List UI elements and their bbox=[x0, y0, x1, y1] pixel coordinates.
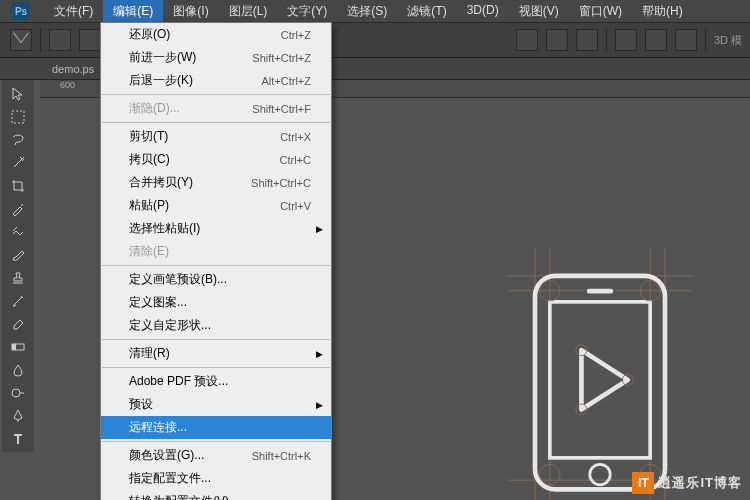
menu-command[interactable]: 拷贝(C)Ctrl+C bbox=[101, 148, 331, 171]
menu-label: 定义自定形状... bbox=[129, 317, 311, 334]
menu-label: 清除(E) bbox=[129, 243, 311, 260]
crop-tool[interactable] bbox=[4, 174, 32, 197]
ruler-tick: 600 bbox=[60, 80, 75, 90]
menu-command[interactable]: 合并拷贝(Y)Shift+Ctrl+C bbox=[101, 171, 331, 194]
menu-command[interactable]: 后退一步(K)Alt+Ctrl+Z bbox=[101, 69, 331, 92]
watermark-text: 逍遥乐IT博客 bbox=[658, 474, 742, 492]
distribute-button[interactable] bbox=[645, 29, 667, 51]
menu-item[interactable]: 3D(D) bbox=[457, 0, 509, 23]
watermark: IT 逍遥乐IT博客 bbox=[632, 472, 742, 494]
marquee-tool[interactable] bbox=[4, 105, 32, 128]
move-tool[interactable] bbox=[4, 82, 32, 105]
menu-item[interactable]: 文件(F) bbox=[44, 0, 103, 23]
blur-tool[interactable] bbox=[4, 358, 32, 381]
submenu-arrow-icon: ▶ bbox=[316, 349, 323, 359]
menu-item[interactable]: 滤镜(T) bbox=[397, 0, 456, 23]
menu-label: 指定配置文件... bbox=[129, 470, 311, 487]
submenu-arrow-icon: ▶ bbox=[316, 400, 323, 410]
menu-label: 预设 bbox=[129, 396, 311, 413]
menu-command[interactable]: 远程连接... bbox=[101, 416, 331, 439]
menu-shortcut: Ctrl+V bbox=[280, 200, 311, 212]
svg-rect-0 bbox=[12, 111, 24, 123]
menu-command[interactable]: 转换为配置文件(V)... bbox=[101, 490, 331, 500]
menu-command[interactable]: 选择性粘贴(I)▶ bbox=[101, 217, 331, 240]
type-tool[interactable] bbox=[4, 427, 32, 450]
distribute-button[interactable] bbox=[615, 29, 637, 51]
menu-item[interactable]: 选择(S) bbox=[337, 0, 397, 23]
menu-bar: Ps 文件(F)编辑(E)图像(I)图层(L)文字(Y)选择(S)滤镜(T)3D… bbox=[0, 0, 750, 22]
menu-item[interactable]: 图像(I) bbox=[163, 0, 218, 23]
menu-command: 渐隐(D)...Shift+Ctrl+F bbox=[101, 97, 331, 120]
menu-item[interactable]: 编辑(E) bbox=[103, 0, 163, 23]
eraser-tool[interactable] bbox=[4, 312, 32, 335]
menu-label: 转换为配置文件(V)... bbox=[129, 493, 311, 500]
menu-item[interactable]: 帮助(H) bbox=[632, 0, 693, 23]
menu-command[interactable]: 剪切(T)Ctrl+X bbox=[101, 125, 331, 148]
align-button[interactable] bbox=[546, 29, 568, 51]
svg-point-3 bbox=[12, 389, 20, 397]
menu-item[interactable]: 文字(Y) bbox=[277, 0, 337, 23]
menu-command: 清除(E) bbox=[101, 240, 331, 263]
wand-tool[interactable] bbox=[4, 151, 32, 174]
align-button[interactable] bbox=[516, 29, 538, 51]
tools-panel bbox=[2, 80, 34, 452]
menu-command[interactable]: 定义图案... bbox=[101, 291, 331, 314]
tool-preset-button[interactable] bbox=[10, 29, 32, 51]
menu-command[interactable]: 预设▶ bbox=[101, 393, 331, 416]
gradient-tool[interactable] bbox=[4, 335, 32, 358]
svg-rect-12 bbox=[550, 302, 650, 458]
dodge-tool[interactable] bbox=[4, 381, 32, 404]
menu-shortcut: Shift+Ctrl+C bbox=[251, 177, 311, 189]
menu-label: 剪切(T) bbox=[129, 128, 280, 145]
distribute-button[interactable] bbox=[675, 29, 697, 51]
app-icon: Ps bbox=[12, 2, 30, 20]
menu-label: 合并拷贝(Y) bbox=[129, 174, 251, 191]
menu-command[interactable]: 定义自定形状... bbox=[101, 314, 331, 337]
option-button[interactable] bbox=[79, 29, 101, 51]
menu-item[interactable]: 视图(V) bbox=[509, 0, 569, 23]
menu-label: 定义画笔预设(B)... bbox=[129, 271, 311, 288]
menu-label: Adobe PDF 预设... bbox=[129, 373, 311, 390]
menu-shortcut: Ctrl+Z bbox=[281, 29, 311, 41]
watermark-icon: IT bbox=[632, 472, 654, 494]
submenu-arrow-icon: ▶ bbox=[316, 224, 323, 234]
menu-label: 前进一步(W) bbox=[129, 49, 252, 66]
stamp-tool[interactable] bbox=[4, 266, 32, 289]
menu-shortcut: Shift+Ctrl+F bbox=[252, 103, 311, 115]
menu-label: 粘贴(P) bbox=[129, 197, 280, 214]
menu-label: 定义图案... bbox=[129, 294, 311, 311]
menu-label: 还原(O) bbox=[129, 26, 281, 43]
svg-point-17 bbox=[590, 464, 610, 484]
menu-label: 选择性粘贴(I) bbox=[129, 220, 311, 237]
menu-shortcut: Shift+Ctrl+Z bbox=[252, 52, 311, 64]
edit-menu-dropdown: 还原(O)Ctrl+Z前进一步(W)Shift+Ctrl+Z后退一步(K)Alt… bbox=[100, 22, 332, 500]
menu-command[interactable]: 还原(O)Ctrl+Z bbox=[101, 23, 331, 46]
mode-label: 3D 模 bbox=[714, 33, 750, 48]
menu-item[interactable]: 窗口(W) bbox=[569, 0, 632, 23]
pen-tool[interactable] bbox=[4, 404, 32, 427]
menu-command[interactable]: 清理(R)▶ bbox=[101, 342, 331, 365]
lasso-tool[interactable] bbox=[4, 128, 32, 151]
heal-tool[interactable] bbox=[4, 220, 32, 243]
menu-shortcut: Alt+Ctrl+Z bbox=[261, 75, 311, 87]
menu-label: 后退一步(K) bbox=[129, 72, 261, 89]
menu-label: 渐隐(D)... bbox=[129, 100, 252, 117]
menu-label: 颜色设置(G)... bbox=[129, 447, 252, 464]
menu-label: 远程连接... bbox=[129, 419, 311, 436]
menu-shortcut: Ctrl+X bbox=[280, 131, 311, 143]
menu-command[interactable]: 指定配置文件... bbox=[101, 467, 331, 490]
menu-item[interactable]: 图层(L) bbox=[219, 0, 278, 23]
history-brush-tool[interactable] bbox=[4, 289, 32, 312]
brush-tool[interactable] bbox=[4, 243, 32, 266]
menu-command[interactable]: Adobe PDF 预设... bbox=[101, 370, 331, 393]
option-button[interactable] bbox=[49, 29, 71, 51]
menu-command[interactable]: 粘贴(P)Ctrl+V bbox=[101, 194, 331, 217]
eyedropper-tool[interactable] bbox=[4, 197, 32, 220]
svg-rect-2 bbox=[12, 344, 16, 350]
menu-command[interactable]: 颜色设置(G)...Shift+Ctrl+K bbox=[101, 444, 331, 467]
menu-command[interactable]: 前进一步(W)Shift+Ctrl+Z bbox=[101, 46, 331, 69]
align-button[interactable] bbox=[576, 29, 598, 51]
menu-shortcut: Shift+Ctrl+K bbox=[252, 450, 311, 462]
menu-command[interactable]: 定义画笔预设(B)... bbox=[101, 268, 331, 291]
document-tab[interactable]: demo.ps bbox=[42, 59, 105, 79]
